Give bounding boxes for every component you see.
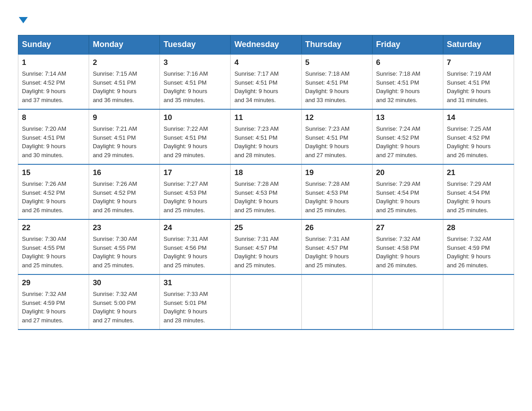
table-row: 17 Sunrise: 7:27 AMSunset: 4:53 PMDaylig…	[160, 164, 231, 219]
table-row: 30 Sunrise: 7:32 AMSunset: 5:00 PMDaylig…	[89, 274, 160, 330]
day-info: Sunrise: 7:28 AMSunset: 4:53 PMDaylight:…	[305, 180, 350, 214]
day-info: Sunrise: 7:32 AMSunset: 4:59 PMDaylight:…	[447, 235, 491, 269]
logo-text	[18, 13, 28, 26]
table-row: 13 Sunrise: 7:24 AMSunset: 4:52 PMDaylig…	[372, 109, 443, 164]
table-row: 26 Sunrise: 7:31 AMSunset: 4:57 PMDaylig…	[301, 219, 372, 274]
day-number: 7	[447, 58, 510, 67]
day-number: 27	[376, 223, 439, 232]
day-info: Sunrise: 7:29 AMSunset: 4:54 PMDaylight:…	[447, 180, 491, 214]
table-row: 28 Sunrise: 7:32 AMSunset: 4:59 PMDaylig…	[443, 219, 514, 274]
table-row: 7 Sunrise: 7:19 AMSunset: 4:51 PMDayligh…	[443, 54, 514, 109]
day-number: 19	[305, 168, 369, 177]
day-info: Sunrise: 7:14 AMSunset: 4:52 PMDaylight:…	[22, 70, 66, 103]
table-row: 8 Sunrise: 7:20 AMSunset: 4:51 PMDayligh…	[18, 109, 89, 164]
table-row: 25 Sunrise: 7:31 AMSunset: 4:57 PMDaylig…	[231, 219, 301, 274]
day-info: Sunrise: 7:17 AMSunset: 4:51 PMDaylight:…	[234, 70, 279, 103]
day-info: Sunrise: 7:26 AMSunset: 4:52 PMDaylight:…	[22, 180, 66, 214]
day-number: 2	[93, 58, 156, 67]
table-row	[443, 274, 514, 330]
day-number: 30	[93, 278, 156, 287]
day-number: 11	[234, 113, 297, 122]
day-info: Sunrise: 7:30 AMSunset: 4:55 PMDaylight:…	[22, 235, 66, 269]
page-header	[18, 13, 514, 26]
day-number: 24	[163, 223, 227, 232]
day-info: Sunrise: 7:25 AMSunset: 4:52 PMDaylight:…	[447, 125, 491, 158]
table-row: 3 Sunrise: 7:16 AMSunset: 4:51 PMDayligh…	[160, 54, 231, 109]
day-number: 10	[163, 113, 227, 122]
header-saturday: Saturday	[443, 35, 514, 55]
table-row: 12 Sunrise: 7:23 AMSunset: 4:51 PMDaylig…	[301, 109, 372, 164]
table-row: 6 Sunrise: 7:18 AMSunset: 4:51 PMDayligh…	[372, 54, 443, 109]
day-info: Sunrise: 7:18 AMSunset: 4:51 PMDaylight:…	[305, 70, 350, 103]
day-info: Sunrise: 7:32 AMSunset: 4:58 PMDaylight:…	[376, 235, 420, 269]
table-row: 1 Sunrise: 7:14 AMSunset: 4:52 PMDayligh…	[18, 54, 89, 109]
day-number: 5	[305, 58, 369, 67]
day-number: 13	[376, 113, 439, 122]
day-number: 31	[163, 278, 227, 287]
day-number: 25	[234, 223, 297, 232]
day-number: 6	[376, 58, 439, 67]
logo-triangle-icon	[19, 17, 28, 23]
table-row: 31 Sunrise: 7:33 AMSunset: 5:01 PMDaylig…	[160, 274, 231, 330]
day-number: 8	[22, 113, 85, 122]
day-number: 23	[93, 223, 156, 232]
table-row: 2 Sunrise: 7:15 AMSunset: 4:51 PMDayligh…	[89, 54, 160, 109]
header-sunday: Sunday	[18, 35, 89, 55]
table-row: 4 Sunrise: 7:17 AMSunset: 4:51 PMDayligh…	[231, 54, 301, 109]
day-info: Sunrise: 7:23 AMSunset: 4:51 PMDaylight:…	[234, 125, 279, 158]
day-info: Sunrise: 7:27 AMSunset: 4:53 PMDaylight:…	[163, 180, 208, 214]
table-row: 22 Sunrise: 7:30 AMSunset: 4:55 PMDaylig…	[18, 219, 89, 274]
calendar-week-row: 8 Sunrise: 7:20 AMSunset: 4:51 PMDayligh…	[18, 109, 514, 164]
day-number: 4	[234, 58, 297, 67]
day-info: Sunrise: 7:28 AMSunset: 4:53 PMDaylight:…	[234, 180, 279, 214]
day-number: 17	[163, 168, 227, 177]
day-info: Sunrise: 7:31 AMSunset: 4:57 PMDaylight:…	[305, 235, 350, 269]
day-info: Sunrise: 7:18 AMSunset: 4:51 PMDaylight:…	[376, 70, 420, 103]
day-info: Sunrise: 7:30 AMSunset: 4:55 PMDaylight:…	[93, 235, 137, 269]
calendar-week-row: 22 Sunrise: 7:30 AMSunset: 4:55 PMDaylig…	[18, 219, 514, 274]
table-row: 29 Sunrise: 7:32 AMSunset: 4:59 PMDaylig…	[18, 274, 89, 330]
header-friday: Friday	[372, 35, 443, 55]
day-number: 21	[447, 168, 510, 177]
table-row: 11 Sunrise: 7:23 AMSunset: 4:51 PMDaylig…	[231, 109, 301, 164]
table-row: 18 Sunrise: 7:28 AMSunset: 4:53 PMDaylig…	[231, 164, 301, 219]
day-number: 9	[93, 113, 156, 122]
day-info: Sunrise: 7:22 AMSunset: 4:51 PMDaylight:…	[163, 125, 208, 158]
table-row: 19 Sunrise: 7:28 AMSunset: 4:53 PMDaylig…	[301, 164, 372, 219]
table-row: 20 Sunrise: 7:29 AMSunset: 4:54 PMDaylig…	[372, 164, 443, 219]
day-info: Sunrise: 7:19 AMSunset: 4:51 PMDaylight:…	[447, 70, 491, 103]
header-wednesday: Wednesday	[231, 35, 301, 55]
day-number: 1	[22, 58, 85, 67]
table-row: 14 Sunrise: 7:25 AMSunset: 4:52 PMDaylig…	[443, 109, 514, 164]
header-tuesday: Tuesday	[160, 35, 231, 55]
day-info: Sunrise: 7:21 AMSunset: 4:51 PMDaylight:…	[93, 125, 137, 158]
table-row: 16 Sunrise: 7:26 AMSunset: 4:52 PMDaylig…	[89, 164, 160, 219]
header-monday: Monday	[89, 35, 160, 55]
day-number: 14	[447, 113, 510, 122]
table-row: 27 Sunrise: 7:32 AMSunset: 4:58 PMDaylig…	[372, 219, 443, 274]
day-number: 16	[93, 168, 156, 177]
table-row: 9 Sunrise: 7:21 AMSunset: 4:51 PMDayligh…	[89, 109, 160, 164]
day-info: Sunrise: 7:32 AMSunset: 4:59 PMDaylight:…	[22, 291, 66, 324]
day-number: 29	[22, 278, 85, 287]
table-row: 10 Sunrise: 7:22 AMSunset: 4:51 PMDaylig…	[160, 109, 231, 164]
table-row: 15 Sunrise: 7:26 AMSunset: 4:52 PMDaylig…	[18, 164, 89, 219]
logo	[18, 13, 28, 26]
table-row	[231, 274, 301, 330]
day-number: 22	[22, 223, 85, 232]
calendar-week-row: 1 Sunrise: 7:14 AMSunset: 4:52 PMDayligh…	[18, 54, 514, 109]
day-info: Sunrise: 7:31 AMSunset: 4:57 PMDaylight:…	[234, 235, 279, 269]
header-thursday: Thursday	[301, 35, 372, 55]
day-number: 12	[305, 113, 369, 122]
day-info: Sunrise: 7:31 AMSunset: 4:56 PMDaylight:…	[163, 235, 208, 269]
day-info: Sunrise: 7:16 AMSunset: 4:51 PMDaylight:…	[163, 70, 208, 103]
table-row: 5 Sunrise: 7:18 AMSunset: 4:51 PMDayligh…	[301, 54, 372, 109]
calendar-week-row: 29 Sunrise: 7:32 AMSunset: 4:59 PMDaylig…	[18, 274, 514, 330]
table-row	[301, 274, 372, 330]
day-number: 3	[163, 58, 227, 67]
day-info: Sunrise: 7:24 AMSunset: 4:52 PMDaylight:…	[376, 125, 420, 158]
day-info: Sunrise: 7:33 AMSunset: 5:01 PMDaylight:…	[163, 291, 208, 324]
table-row	[372, 274, 443, 330]
day-number: 18	[234, 168, 297, 177]
day-info: Sunrise: 7:20 AMSunset: 4:51 PMDaylight:…	[22, 125, 66, 158]
